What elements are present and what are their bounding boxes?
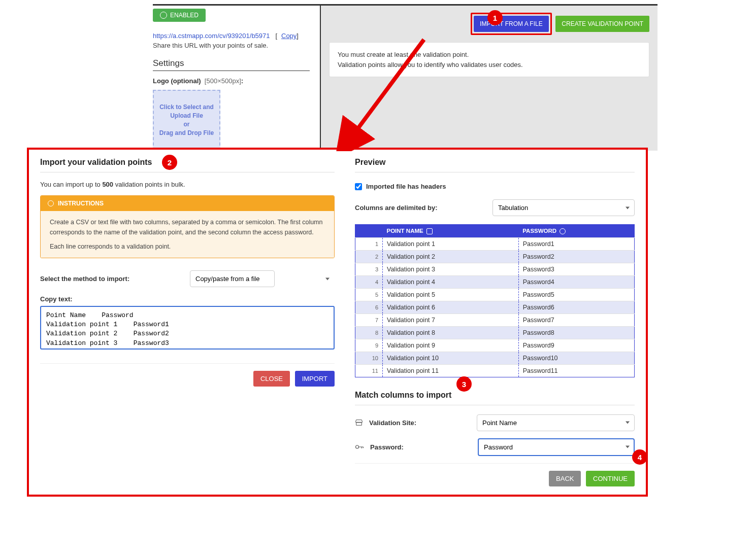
table-row: 6Validation point 6Password6 (355, 301, 635, 313)
method-select[interactable]: Copy/paste from a file (190, 270, 275, 287)
col-point-name: POINT NAME (383, 225, 519, 238)
table-row: 3Validation point 3Password3 (355, 263, 635, 275)
password-label: Password: (370, 443, 472, 451)
eye-icon (160, 12, 167, 19)
back-button[interactable]: BACK (549, 471, 581, 486)
table-row: 7Validation point 7Password7 (355, 313, 635, 326)
method-label: Select the method to import: (40, 275, 129, 283)
enabled-label: ENABLED (170, 12, 199, 19)
delimiter-select[interactable]: Tabulation (492, 199, 635, 216)
bulk-text: You can import up to 500 validation poin… (40, 181, 335, 188)
dropzone-text: Click to Select and Upload File or Drag … (159, 103, 214, 137)
share-url[interactable]: https://a.cstmapp.com/cv/939201/b5971 (153, 32, 270, 40)
validation-site-label: Validation Site: (369, 419, 471, 427)
import-from-file-button[interactable]: IMPORT FROM A FILE (474, 16, 549, 32)
preview-table: POINT NAME PASSWORD 1Validation point 1P… (355, 224, 635, 377)
instructions-box: INSTRUCTIONS Create a CSV or text file w… (40, 195, 335, 258)
step-badge-1: 1 (487, 10, 503, 25)
headers-checkbox[interactable] (355, 183, 362, 190)
settings-heading: Settings (153, 58, 310, 71)
import-modal: Import your validation points You can im… (27, 148, 648, 497)
continue-button[interactable]: CONTINUE (586, 471, 635, 486)
step-badge-3: 3 (456, 376, 472, 392)
enabled-toggle[interactable]: ENABLED (153, 9, 206, 22)
create-validation-point-button[interactable]: CREATE VALIDATION POINT (555, 16, 649, 32)
table-row: 5Validation point 5Password5 (355, 288, 635, 301)
validation-info-box: You must create at least one validation … (329, 42, 649, 77)
table-row: 10Validation point 10Password10 (355, 352, 635, 364)
shop-icon (355, 419, 363, 426)
copy-text-label: Copy text: (40, 295, 335, 303)
step-badge-4: 4 (632, 449, 647, 465)
table-row: 4Validation point 4Password4 (355, 275, 635, 288)
import-textarea[interactable] (40, 306, 335, 350)
table-row: 11Validation point 11Password11 (355, 364, 635, 377)
key-icon (355, 443, 364, 450)
import-button[interactable]: IMPORT (295, 371, 335, 387)
key-icon (560, 228, 566, 234)
svg-point-1 (356, 445, 359, 448)
table-row: 8Validation point 8Password8 (355, 326, 635, 339)
copy-url-link[interactable]: Copy (281, 32, 297, 40)
col-password: PASSWORD (518, 225, 634, 238)
table-row: 1Validation point 1Password1 (355, 237, 635, 250)
import-title: Import your validation points (40, 158, 335, 172)
preview-title: Preview (355, 158, 635, 172)
logo-label: Logo (optional) [500×500px]: (153, 77, 310, 85)
table-row: 9Validation point 9Password9 (355, 339, 635, 352)
share-hint: Share this URL with your points of sale. (153, 42, 310, 49)
delimiter-label: Columns are delimited by: (355, 204, 438, 212)
table-row: 2Validation point 2Password2 (355, 250, 635, 263)
shop-icon (426, 228, 433, 234)
step-badge-2: 2 (162, 155, 177, 170)
logo-dropzone[interactable]: Click to Select and Upload File or Drag … (153, 90, 220, 151)
match-title: Match columns to import (355, 391, 635, 405)
password-select[interactable]: Password (478, 438, 635, 456)
headers-label: Imported file has headers (366, 183, 446, 190)
instructions-heading: INSTRUCTIONS (58, 200, 104, 207)
bulb-icon (48, 200, 54, 206)
close-button[interactable]: CLOSE (253, 371, 290, 387)
validation-site-select[interactable]: Point Name (477, 414, 635, 431)
